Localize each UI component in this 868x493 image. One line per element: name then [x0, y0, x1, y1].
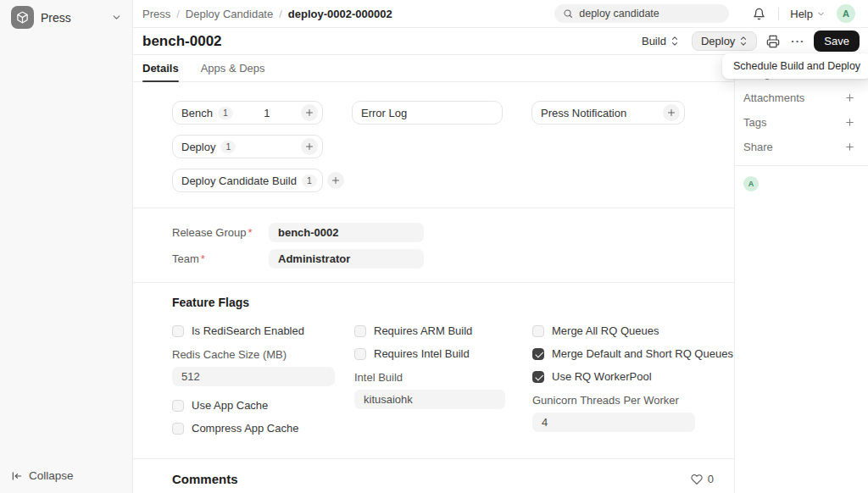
intel-build-label: Intel Build [354, 371, 532, 384]
connection-label: Error Log [361, 107, 407, 119]
comments-section: Comments 0 A [133, 458, 734, 493]
connection-card-error-log[interactable]: Error Log [352, 101, 503, 125]
breadcrumb-item[interactable]: Deploy Candidate [186, 8, 273, 20]
more-menu-button[interactable]: ··· [789, 33, 806, 49]
checkbox-requires-arm-build[interactable]: Requires ARM Build [354, 319, 532, 342]
breadcrumb-separator: / [279, 8, 282, 20]
connection-label: Bench [181, 107, 213, 119]
top-navbar: Press / Deploy Candidate / deploy-0002-0… [133, 0, 868, 28]
checkbox-icon[interactable] [532, 348, 544, 360]
checkbox-icon[interactable] [354, 325, 366, 337]
user-avatar[interactable]: A [837, 4, 855, 23]
plus-icon[interactable] [301, 104, 318, 121]
header-actions: Build Deploy ··· Save [637, 30, 860, 52]
redis-cache-size-label: Redis Cache Size (MB) [172, 348, 354, 361]
chevron-down-icon [111, 12, 122, 23]
checkbox-merge-all-rq-queues[interactable]: Merge All RQ Queues [532, 319, 723, 342]
save-button[interactable]: Save [814, 30, 860, 52]
menu-item-schedule-build-and-deploy[interactable]: Schedule Build and Deploy [724, 55, 868, 77]
global-search[interactable] [554, 4, 729, 23]
identity-section: Release Group* Team* [133, 208, 734, 282]
updown-chevrons-icon [739, 36, 748, 47]
attachments-label: Attachments [743, 91, 804, 104]
breadcrumb-item[interactable]: Press [142, 8, 170, 20]
search-input[interactable] [579, 8, 721, 19]
build-button-label: Build [642, 35, 666, 47]
checkbox-use-rq-workerpool[interactable]: Use RQ WorkerPool [532, 365, 723, 388]
app-selector[interactable]: Press [0, 0, 132, 35]
breadcrumb: Press / Deploy Candidate / deploy-0002-0… [142, 8, 392, 20]
content-column: Details Apps & Deps Bench 1 1 [133, 55, 735, 493]
deploy-dropdown-menu: Schedule Build and Deploy [722, 53, 868, 79]
connection-card-press-notification[interactable]: Press Notification [531, 101, 685, 125]
checkbox-merge-default-short-rq-queues[interactable]: Merge Default and Short RQ Queues [532, 342, 723, 365]
printer-icon [766, 35, 780, 48]
connections-section: Bench 1 1 Error Log Press Notification [133, 82, 734, 208]
checkbox-icon[interactable] [532, 325, 544, 337]
attachments-row[interactable]: Attachments [743, 86, 855, 110]
intel-build-field[interactable] [354, 390, 505, 409]
flags-column-3: Merge All RQ Queues Merge Default and Sh… [532, 319, 723, 440]
page-body: Details Apps & Deps Bench 1 1 [133, 55, 868, 493]
share-row[interactable]: Share [743, 135, 855, 159]
checkbox-icon[interactable] [172, 325, 184, 337]
checkbox-icon[interactable] [354, 348, 366, 360]
gunicorn-threads-label: Gunicorn Threads Per Worker [532, 394, 723, 407]
checkbox-icon[interactable] [532, 371, 544, 383]
connection-count-badge: 1 [302, 174, 317, 187]
share-label: Share [743, 141, 773, 153]
tags-row[interactable]: Tags [743, 110, 855, 135]
notifications-bell-icon[interactable] [751, 6, 767, 22]
plus-icon[interactable] [844, 117, 855, 128]
updown-chevrons-icon [670, 36, 679, 47]
help-label: Help [790, 8, 813, 20]
collapse-label: Collapse [29, 469, 74, 482]
tab-details[interactable]: Details [142, 55, 179, 81]
release-group-field[interactable] [269, 223, 424, 242]
search-icon [563, 8, 573, 19]
team-field[interactable] [269, 249, 424, 269]
print-button[interactable] [765, 33, 782, 50]
help-menu[interactable]: Help [790, 8, 826, 20]
navbar-right-group: Help A [751, 4, 855, 23]
checkbox-is-redisearch-enabled[interactable]: Is RediSearch Enabled [172, 319, 354, 342]
plus-icon[interactable] [844, 141, 855, 152]
right-sidebar: Assigned To Attachments Tags [735, 55, 868, 493]
deploy-button-label: Deploy [701, 35, 735, 47]
collapse-sidebar-button[interactable]: Collapse [11, 469, 74, 482]
navbar-divider [778, 8, 779, 20]
connection-card-deploy[interactable]: Deploy 1 [172, 135, 323, 158]
plus-icon[interactable] [844, 92, 855, 103]
checkbox-icon[interactable] [172, 423, 184, 435]
connection-card-deploy-candidate-build[interactable]: Deploy Candidate Build 1 [172, 169, 323, 192]
checkbox-use-app-cache[interactable]: Use App Cache [172, 394, 354, 417]
connection-label: Deploy [181, 141, 215, 153]
gunicorn-threads-field[interactable] [532, 413, 695, 432]
connection-label: Deploy Candidate Build [181, 174, 297, 187]
build-button[interactable]: Build [637, 32, 684, 50]
plus-icon[interactable] [327, 172, 344, 189]
tab-apps-deps[interactable]: Apps & Deps [201, 55, 265, 81]
plus-icon[interactable] [663, 104, 680, 121]
checkbox-requires-intel-build[interactable]: Requires Intel Build [354, 342, 532, 365]
connection-label: Press Notification [541, 107, 626, 119]
press-cube-icon [11, 6, 34, 29]
deploy-button[interactable]: Deploy [692, 31, 757, 51]
breadcrumb-current: deploy-0002-000002 [288, 8, 392, 20]
team-row: Team* [172, 249, 734, 269]
collapse-icon [11, 470, 23, 482]
checkbox-compress-app-cache[interactable]: Compress App Cache [172, 417, 354, 440]
like-button[interactable]: 0 [691, 473, 714, 485]
app-selector-label: Press [41, 11, 71, 25]
feature-flags-title: Feature Flags [172, 296, 734, 309]
plus-icon[interactable] [301, 138, 318, 155]
required-mark: * [201, 252, 205, 265]
tab-bar: Details Apps & Deps [133, 55, 734, 82]
page-title: bench-0002 [142, 33, 222, 50]
required-mark: * [248, 226, 252, 239]
like-count: 0 [708, 473, 714, 485]
connection-card-bench[interactable]: Bench 1 1 [172, 101, 323, 125]
redis-cache-size-field[interactable] [172, 367, 335, 386]
release-group-label: Release Group* [172, 226, 269, 239]
checkbox-icon[interactable] [172, 400, 184, 412]
